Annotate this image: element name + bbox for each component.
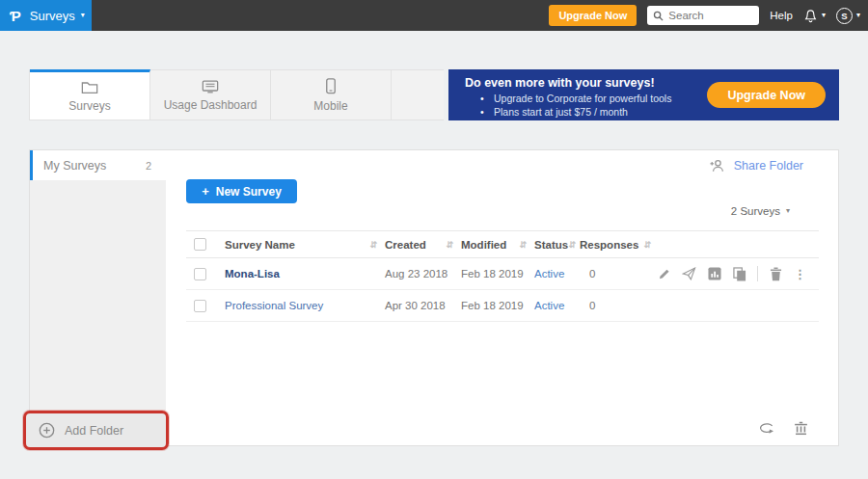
app-logo-menu[interactable]: Ƥ Surveys ▾ xyxy=(0,0,92,31)
banner-bullet-list: Upgrade to Corporate for powerful tools … xyxy=(480,92,671,119)
table-row: Professional Survey Apr 30 2018 Feb 18 2… xyxy=(186,290,819,322)
table-header-row: Survey Name ⇵ Created ⇵ Modified ⇵ Statu… xyxy=(186,230,819,258)
notifications-menu[interactable]: ▾ xyxy=(803,9,826,23)
add-folder-label: Add Folder xyxy=(65,424,123,438)
share-folder-button[interactable]: Share Folder xyxy=(710,159,803,173)
search-box[interactable] xyxy=(647,6,759,25)
row-checkbox[interactable] xyxy=(194,300,206,312)
share-person-icon xyxy=(710,159,725,173)
trash-icon xyxy=(770,267,782,281)
new-survey-label: New Survey xyxy=(216,185,282,199)
header-created[interactable]: Created xyxy=(385,239,426,251)
surveys-table: Survey Name ⇵ Created ⇵ Modified ⇵ Statu… xyxy=(186,230,819,322)
copy-icon xyxy=(733,267,746,281)
header-survey-name[interactable]: Survey Name xyxy=(225,239,295,251)
tabstrip-filler xyxy=(392,69,444,120)
folder-list-area xyxy=(30,180,166,411)
actions-divider xyxy=(757,266,758,281)
dashboard-icon xyxy=(202,79,219,93)
delete-button[interactable] xyxy=(769,267,783,281)
chevron-down-icon: ▾ xyxy=(786,207,790,215)
more-options-button[interactable]: ⋮ xyxy=(794,267,806,281)
banner-bullet: Upgrade to Corporate for powerful tools xyxy=(480,92,671,105)
tab-mobile[interactable]: Mobile xyxy=(271,69,392,120)
row-checkbox[interactable] xyxy=(194,268,206,280)
refresh-loop-icon xyxy=(759,422,775,435)
folder-name: My Surveys xyxy=(43,159,106,173)
copy-button[interactable] xyxy=(732,267,746,281)
app-menu-label: Surveys xyxy=(30,9,75,23)
top-navigation-bar: Ƥ Surveys ▾ Upgrade Now Help ▾ S ▾ xyxy=(0,0,868,31)
tab-usage-dashboard[interactable]: Usage Dashboard xyxy=(150,69,271,120)
avatar: S xyxy=(836,8,853,24)
report-button[interactable] xyxy=(707,267,721,281)
created-date: Aug 23 2018 xyxy=(385,268,448,279)
surveys-panel: My Surveys 2 Share Folder + New Survey 2… xyxy=(29,149,839,446)
share-folder-label: Share Folder xyxy=(734,159,803,173)
recycle-bin-icon xyxy=(794,421,808,436)
add-folder-button[interactable]: Add Folder xyxy=(26,413,166,447)
bar-chart-icon xyxy=(708,267,721,280)
recycle-bin-button[interactable] xyxy=(793,420,809,437)
folder-icon xyxy=(81,80,98,94)
table-row: Mona-Lisa Aug 23 2018 Feb 18 2019 Active… xyxy=(186,258,819,290)
highlight-annotation: Add Folder xyxy=(23,411,169,450)
search-icon xyxy=(653,11,664,21)
help-link[interactable]: Help xyxy=(770,10,793,21)
pencil-icon xyxy=(658,267,671,280)
survey-count-dropdown[interactable]: 2 Surveys ▾ xyxy=(731,205,790,217)
header-status[interactable]: Status xyxy=(534,239,568,251)
header-responses[interactable]: Responses xyxy=(580,239,638,251)
sidebar-item-my-surveys[interactable]: My Surveys 2 xyxy=(30,150,166,180)
main-tabs: Surveys Usage Dashboard Mobile xyxy=(29,69,444,120)
brand-logo: Ƥ xyxy=(10,8,21,24)
edit-button[interactable] xyxy=(657,267,671,281)
modified-date: Feb 18 2019 xyxy=(461,268,524,279)
plus-circle-icon xyxy=(39,422,55,439)
promo-banner: Do even more with your surveys! Upgrade … xyxy=(448,69,839,120)
tab-label: Usage Dashboard xyxy=(164,98,258,112)
banner-title: Do even more with your surveys! xyxy=(465,76,655,90)
survey-name-link[interactable]: Professional Survey xyxy=(225,300,323,311)
mobile-icon xyxy=(325,78,337,94)
chevron-down-icon: ▾ xyxy=(81,12,85,19)
refresh-button[interactable] xyxy=(759,420,775,437)
chevron-down-icon: ▾ xyxy=(822,12,826,19)
responses-count: 0 xyxy=(580,268,595,279)
banner-bullet: Plans start at just $75 / month xyxy=(480,105,671,119)
created-date: Apr 30 2018 xyxy=(385,300,446,311)
sort-icon[interactable]: ⇵ xyxy=(568,240,576,250)
tab-label: Surveys xyxy=(68,99,110,113)
responses-count: 0 xyxy=(580,300,595,311)
survey-count-label: 2 Surveys xyxy=(731,205,780,217)
paper-plane-icon xyxy=(682,267,696,280)
survey-name-link[interactable]: Mona-Lisa xyxy=(225,268,280,279)
new-survey-button[interactable]: + New Survey xyxy=(186,179,297,203)
header-modified[interactable]: Modified xyxy=(461,239,506,251)
plus-icon: + xyxy=(202,184,209,199)
sort-icon[interactable]: ⇵ xyxy=(369,240,377,250)
banner-upgrade-button[interactable]: Upgrade Now xyxy=(707,82,826,108)
select-all-checkbox[interactable] xyxy=(194,238,206,251)
tab-surveys[interactable]: Surveys xyxy=(30,69,150,120)
chevron-down-icon: ▾ xyxy=(856,12,860,19)
folder-count-badge: 2 xyxy=(146,160,151,172)
bell-icon xyxy=(803,9,818,23)
sort-icon[interactable]: ⇵ xyxy=(446,240,453,250)
search-input[interactable] xyxy=(668,10,749,21)
status-badge: Active xyxy=(534,268,564,279)
sort-icon[interactable]: ⇵ xyxy=(643,240,651,250)
sort-icon[interactable]: ⇵ xyxy=(519,240,527,250)
account-menu[interactable]: S ▾ xyxy=(836,8,860,24)
upgrade-now-button[interactable]: Upgrade Now xyxy=(549,5,637,26)
modified-date: Feb 18 2019 xyxy=(461,300,524,311)
tab-label: Mobile xyxy=(313,99,347,113)
status-badge: Active xyxy=(534,300,564,311)
panel-footer-icons xyxy=(759,420,809,437)
send-button[interactable] xyxy=(682,267,696,281)
